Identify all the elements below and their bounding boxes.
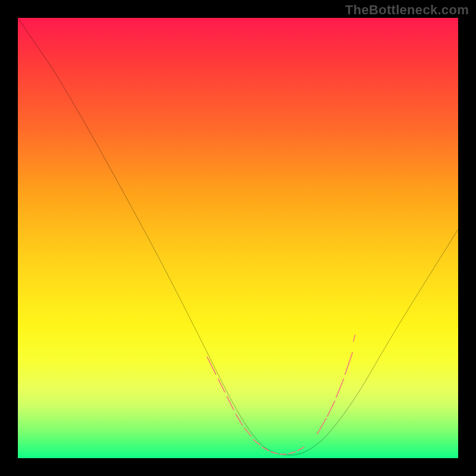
chart-frame: TheBottleneck.com [0, 0, 476, 476]
highlight-tick [353, 335, 355, 342]
marker-layer [18, 18, 458, 458]
plot-area [18, 18, 458, 458]
highlight-markers-bottom [271, 447, 305, 455]
highlight-markers-left [207, 357, 269, 451]
highlight-markers-right [317, 352, 352, 434]
watermark-text: TheBottleneck.com [345, 2, 469, 18]
